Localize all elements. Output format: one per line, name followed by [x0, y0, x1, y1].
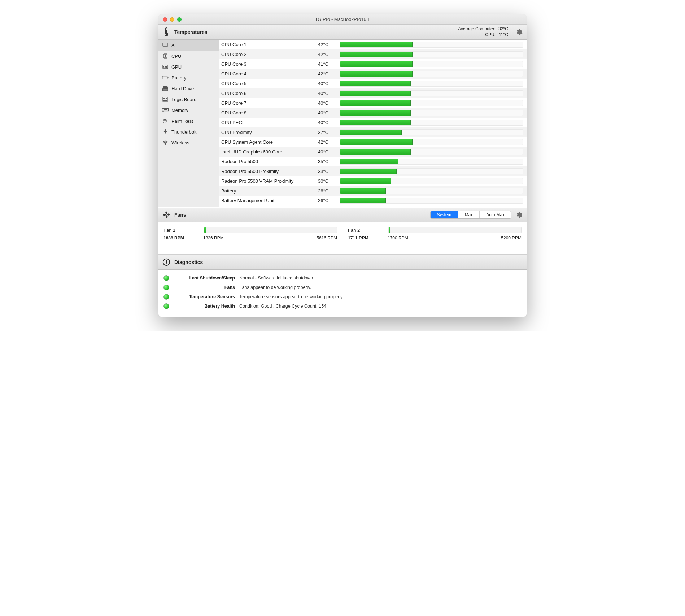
hdd-icon: [162, 85, 169, 92]
temperature-row: CPU PECI40°C: [219, 118, 527, 127]
temperatures-settings-button[interactable]: [515, 28, 523, 36]
temperature-bar: [340, 81, 523, 87]
diagnostic-row: FansFans appear to be working properly.: [163, 283, 522, 292]
diagnostic-description: Normal - Software initiated shutdown: [239, 276, 313, 281]
svg-rect-21: [166, 109, 167, 110]
close-button[interactable]: [163, 17, 167, 22]
temperature-bar: [340, 90, 523, 96]
fan-mode-auto-max[interactable]: Auto Max: [480, 211, 511, 218]
temperature-row: CPU System Agent Core42°C: [219, 137, 527, 147]
temperature-row: CPU Core 242°C: [219, 49, 527, 59]
zoom-button[interactable]: [177, 17, 182, 22]
temperature-row: Radeon Pro 5500 VRAM Proximity30°C: [219, 176, 527, 186]
temperature-row: CPU Core 341°C: [219, 59, 527, 69]
sidebar-item-hard-drive[interactable]: Hard Drive: [158, 83, 219, 94]
sensor-value: 26°C: [318, 188, 336, 194]
diagnostic-row: Last Shutdown/SleepNormal - Software ini…: [163, 273, 522, 283]
sensor-name: CPU Core 3: [221, 61, 314, 67]
avg-summary: Average Computer:32°C CPU:41°C: [456, 26, 511, 38]
temperature-bar: [340, 71, 523, 77]
sidebar-item-battery[interactable]: Battery: [158, 72, 219, 83]
temperature-bar: [340, 120, 523, 126]
svg-point-22: [165, 144, 166, 145]
sidebar-item-gpu[interactable]: GPU: [158, 61, 219, 72]
temperature-list[interactable]: CPU Core 142°CCPU Core 242°CCPU Core 341…: [219, 40, 527, 207]
sidebar-item-thunderbolt[interactable]: Thunderbolt: [158, 126, 219, 137]
sidebar-item-label: Thunderbolt: [171, 129, 196, 135]
diagnostics-label: Diagnostics: [174, 259, 203, 265]
svg-rect-2: [163, 43, 168, 46]
fan-rpm-min: 1700 RPM: [388, 235, 501, 240]
sensor-name: Radeon Pro 5500 Proximity: [221, 169, 314, 174]
sidebar-item-palm-rest[interactable]: Palm Rest: [158, 116, 219, 126]
sidebar-item-cpu[interactable]: CPU: [158, 51, 219, 61]
temperatures-body: AllCPUGPUBatteryHard DriveLogic BoardMem…: [158, 40, 527, 207]
sensor-name: CPU Core 4: [221, 71, 314, 77]
fan-rpm-min: 1836 RPM: [203, 235, 317, 240]
temperature-bar: [340, 42, 523, 48]
diagnostics-header: Diagnostics: [158, 255, 527, 270]
fan-icon: [162, 211, 171, 219]
status-led-icon: [163, 275, 169, 281]
sensor-value: 40°C: [318, 100, 336, 106]
minimize-button[interactable]: [170, 17, 174, 22]
window-title: TG Pro - MacBookPro16,1: [158, 17, 527, 22]
sidebar-item-wireless[interactable]: Wireless: [158, 137, 219, 148]
sidebar-item-memory[interactable]: Memory: [158, 105, 219, 116]
svg-point-12: [167, 90, 167, 90]
sensor-name: CPU Core 6: [221, 91, 314, 96]
temperature-bar: [340, 168, 523, 174]
sidebar-item-label: Battery: [171, 75, 186, 81]
fan-name: Fan 1: [163, 227, 200, 233]
gpu-icon: [162, 64, 169, 70]
sidebar-item-label: Memory: [171, 108, 188, 113]
sensor-value: 42°C: [318, 71, 336, 77]
svg-rect-9: [162, 76, 167, 79]
sensor-value: 42°C: [318, 52, 336, 57]
sidebar-item-logic-board[interactable]: Logic Board: [158, 94, 219, 105]
fan-mode-system[interactable]: System: [431, 211, 458, 218]
svg-rect-3: [164, 47, 166, 47]
temperature-bar: [340, 198, 523, 204]
wifi-icon: [162, 139, 169, 146]
sensor-value: 41°C: [318, 61, 336, 67]
sidebar-item-label: GPU: [171, 64, 182, 70]
cpu-icon: [162, 53, 169, 59]
app-window: TG Pro - MacBookPro16,1 Temperatures Ave…: [158, 14, 527, 317]
sensor-value: 42°C: [318, 139, 336, 145]
temperature-row: CPU Core 640°C: [219, 88, 527, 98]
palm-icon: [162, 118, 169, 124]
sensor-value: 37°C: [318, 130, 336, 135]
sensor-name: Battery: [221, 188, 314, 194]
fan-slider[interactable]: [388, 227, 522, 233]
diagnostic-description: Temperature sensors appear to be working…: [239, 294, 344, 299]
thermometer-icon: [162, 27, 171, 37]
fan-rpm-max: 5616 RPM: [317, 235, 337, 240]
temperature-bar: [340, 51, 523, 57]
temperature-row: CPU Core 540°C: [219, 79, 527, 88]
diagnostic-description: Condition: Good , Charge Cycle Count: 15…: [239, 304, 326, 309]
diagnostic-label: Last Shutdown/Sleep: [174, 276, 235, 281]
fans-settings-button[interactable]: [515, 211, 523, 219]
fan-mode-max[interactable]: Max: [458, 211, 480, 218]
sensor-value: 40°C: [318, 120, 336, 125]
fan-panel: Fan 11838 RPM1836 RPM5616 RPM: [163, 227, 337, 240]
sensor-name: CPU Proximity: [221, 130, 314, 135]
sidebar-item-label: Wireless: [171, 140, 189, 146]
temperature-bar: [340, 159, 523, 165]
diagnostics-body: Last Shutdown/SleepNormal - Software ini…: [158, 270, 527, 317]
sidebar: AllCPUGPUBatteryHard DriveLogic BoardMem…: [158, 40, 219, 207]
temperatures-header: Temperatures Average Computer:32°C CPU:4…: [158, 25, 527, 40]
sensor-name: CPU System Agent Core: [221, 139, 314, 145]
fan-slider[interactable]: [204, 227, 337, 233]
status-led-icon: [163, 285, 169, 290]
svg-rect-13: [163, 97, 168, 101]
temperature-row: CPU Proximity37°C: [219, 127, 527, 137]
sensor-value: 26°C: [318, 198, 336, 203]
sensor-name: Intel UHD Graphics 630 Core: [221, 149, 314, 155]
sidebar-item-all[interactable]: All: [158, 40, 219, 51]
diagnostic-label: Temperature Sensors: [174, 294, 235, 299]
svg-rect-24: [166, 260, 167, 263]
sensor-value: 35°C: [318, 159, 336, 164]
fan-mode-segmented-control[interactable]: SystemMaxAuto Max: [430, 211, 511, 219]
